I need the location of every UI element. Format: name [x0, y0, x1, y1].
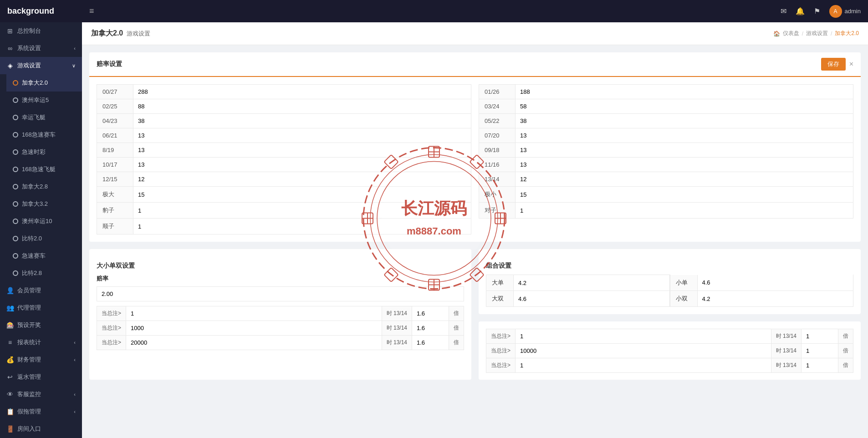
sidebar-item-bitcoin28[interactable]: 比特2.8: [6, 265, 82, 282]
combo-input-3[interactable]: [698, 292, 853, 306]
sidebar-item-agent[interactable]: 👥 代理管理: [0, 299, 82, 316]
sidebar-label-canada32: 加拿大3.2: [22, 200, 48, 208]
payout-input-right-7[interactable]: [516, 188, 853, 201]
payout-row-right-3: 07/20: [479, 128, 853, 143]
payout-input-left-7[interactable]: [133, 188, 471, 201]
close-card-button[interactable]: ×: [849, 58, 853, 71]
sidebar-label-australia5: 澳州幸运5: [22, 96, 49, 104]
sidebar-label-finance: 财务管理: [17, 356, 41, 364]
menu-toggle-icon[interactable]: ≡: [89, 6, 94, 16]
breadcrumb-dashboard[interactable]: 仪表盘: [783, 30, 799, 37]
combo-card: 组合设置 大单 小单 大双 小双: [479, 249, 861, 314]
sidebar-item-canada32[interactable]: 加拿大3.2: [6, 195, 82, 213]
sidebar-item-report[interactable]: ≡ 报表统计 ‹: [0, 334, 82, 351]
sidebar-item-room[interactable]: 🚪 房间入口: [0, 420, 82, 438]
mult-left-rate-2[interactable]: [412, 336, 449, 349]
sidebar-label-bitcoin20: 比特2.0: [22, 234, 42, 243]
payout-label-right-3: 07/20: [479, 128, 516, 143]
save-button[interactable]: 保存: [821, 58, 846, 71]
mult-left-rate-0[interactable]: [412, 307, 449, 320]
monitor-icon: 👁: [6, 391, 14, 398]
payout-card-body: 00/27 02/25 04/23 06/21 8/19 10/17 12/15…: [89, 77, 861, 242]
payout-input-right-6[interactable]: [516, 173, 853, 186]
sidebar-item-bitcoin20[interactable]: 比特2.0: [6, 230, 82, 247]
sidebar-item-lucky-fly[interactable]: 幸运飞艇: [6, 109, 82, 126]
notification-icon[interactable]: 🔔: [796, 7, 805, 15]
mult-right-when-0[interactable]: [516, 330, 771, 343]
mult-right-label-2: 当总注>: [486, 358, 516, 372]
combo-input-1[interactable]: [698, 276, 853, 289]
payout-input-right-0[interactable]: [516, 85, 853, 98]
big-small-title: 大小单双设置: [97, 262, 464, 270]
payout-row-left-5: 10/17: [97, 158, 471, 172]
sidebar-item-monitor[interactable]: 👁 客服监控 ‹: [0, 386, 82, 403]
mult-right-when-2[interactable]: [516, 359, 771, 372]
payout-input-left-9[interactable]: [133, 220, 471, 233]
sidebar-item-fastboat168[interactable]: 168急速飞艇: [6, 161, 82, 178]
sidebar-label-room: 房间入口: [17, 425, 41, 433]
mult-left-when-0[interactable]: [126, 307, 382, 320]
mult-right-when-1[interactable]: [516, 344, 771, 357]
sidebar-item-quickrace[interactable]: 急速赛车: [6, 247, 82, 265]
sidebar-label-member: 会员管理: [17, 286, 41, 295]
mult-right-label-0: 当总注>: [486, 329, 516, 343]
sidebar-item-canada20[interactable]: 加拿大2.0: [6, 74, 82, 92]
sidebar-item-quicklottery[interactable]: 急速时彩: [6, 143, 82, 161]
payout-input-right-1[interactable]: [516, 100, 853, 113]
breadcrumb-game[interactable]: 游戏设置: [806, 30, 828, 37]
combo-input-2[interactable]: [514, 292, 669, 306]
user-menu[interactable]: A admin: [829, 5, 861, 18]
payout-input-left-5[interactable]: [133, 158, 471, 171]
flag-icon[interactable]: ⚑: [814, 7, 820, 15]
mult-left-label-2: 当总注>: [97, 336, 126, 350]
sidebar-item-rebate[interactable]: ↩ 返水管理: [0, 368, 82, 386]
mult-right-rate-2[interactable]: [802, 359, 838, 372]
mult-left-rate-1[interactable]: [412, 321, 449, 335]
payout-input-left-3[interactable]: [133, 129, 471, 142]
dot-canada28: [13, 184, 18, 189]
sidebar-item-lottery[interactable]: 🎰 预设开奖: [0, 316, 82, 334]
mult-left-when-2[interactable]: [126, 336, 382, 349]
combo-label-3: 小双: [670, 291, 698, 306]
payout-label-left-0: 00/27: [97, 85, 133, 99]
sidebar-item-australia10[interactable]: 澳州幸运10: [6, 213, 82, 230]
sidebar-item-fast168[interactable]: 168急速赛车: [6, 126, 82, 143]
sidebar-item-dashboard[interactable]: ⊞ 总控制台: [0, 22, 82, 40]
payout-input-right-3[interactable]: [516, 129, 853, 142]
payout-input-left-0[interactable]: [133, 85, 471, 98]
payout-label-left-8: 豹子: [97, 203, 133, 218]
mult-right-rate-0[interactable]: [802, 330, 838, 343]
mail-icon[interactable]: ✉: [781, 7, 786, 15]
payout-input-right-4[interactable]: [516, 143, 853, 157]
fake-icon: 📋: [6, 408, 14, 415]
payout-grid: 00/27 02/25 04/23 06/21 8/19 10/17 12/15…: [97, 84, 853, 234]
sidebar-item-finance[interactable]: 💰 财务管理 ‹: [0, 351, 82, 368]
dot-canada20: [13, 80, 18, 86]
sidebar-item-canada28[interactable]: 加拿大2.8: [6, 178, 82, 195]
sidebar-item-fake[interactable]: 📋 假拖管理 ‹: [0, 403, 82, 420]
app-layout: ⊞ 总控制台 ∞ 系统设置 ‹ ◈ 游戏设置 ∨ 加拿大2.0 澳州幸运5 幸: [0, 22, 868, 438]
dot-lucky-fly: [13, 115, 18, 120]
payout-input-left-6[interactable]: [133, 173, 471, 186]
odds-value-input[interactable]: 2.00: [102, 290, 459, 297]
payout-input-left-8[interactable]: [133, 204, 471, 217]
sidebar-item-member[interactable]: 👤 会员管理: [0, 282, 82, 299]
combo-row-0: 大单: [486, 275, 670, 291]
payout-input-right-8[interactable]: [516, 204, 853, 217]
navbar-icons: ✉ 🔔 ⚑ A admin: [781, 5, 861, 18]
payout-label-left-3: 06/21: [97, 128, 133, 143]
combo-input-0[interactable]: [514, 276, 669, 290]
payout-input-left-4[interactable]: [133, 143, 471, 157]
payout-input-right-2[interactable]: [516, 114, 853, 127]
payout-input-left-1[interactable]: [133, 100, 471, 113]
sidebar-label-quickrace: 急速赛车: [22, 252, 46, 260]
mult-right-rate-1[interactable]: [802, 344, 838, 357]
sidebar-item-game[interactable]: ◈ 游戏设置 ∨: [0, 57, 82, 74]
sidebar-item-australia5[interactable]: 澳州幸运5: [6, 92, 82, 109]
payout-input-right-5[interactable]: [516, 158, 853, 171]
payout-card: 赔率设置 保存 × 00/27 02/25 04/23 06/21 8/19: [89, 52, 861, 242]
mult-left-when-1[interactable]: [126, 321, 382, 335]
payout-input-left-2[interactable]: [133, 114, 471, 127]
sidebar-item-system[interactable]: ∞ 系统设置 ‹: [0, 40, 82, 57]
sidebar-label-rebate: 返水管理: [17, 373, 41, 381]
